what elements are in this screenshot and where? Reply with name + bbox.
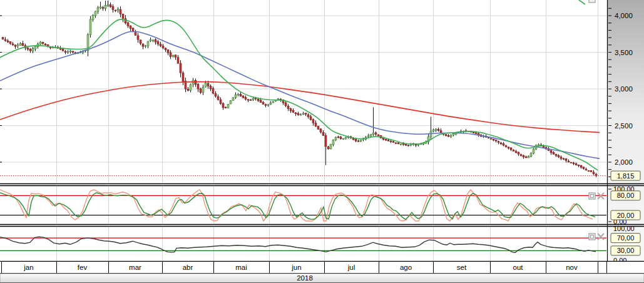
candle-body: [345, 137, 347, 138]
candle-body: [187, 89, 189, 90]
month-label-set: set: [457, 264, 467, 271]
candle-body: [222, 103, 224, 108]
price-axis-value: 3,000: [615, 85, 633, 93]
candle-body: [262, 103, 264, 105]
candle-body: [277, 99, 279, 100]
candle-body: [593, 172, 595, 174]
candle-body: [515, 152, 517, 153]
candle-body: [518, 152, 519, 154]
price-axis-value: 3,500: [615, 49, 633, 56]
candle-body: [575, 164, 577, 165]
candle-body: [147, 41, 149, 46]
candle-body: [270, 103, 272, 105]
candle-body: [300, 115, 302, 115]
candle-body: [72, 51, 74, 53]
candle-body: [257, 99, 259, 101]
candle-body: [310, 116, 312, 120]
month-label-out: out: [513, 264, 524, 271]
year-label: 2018: [297, 274, 313, 282]
candle-body: [170, 53, 171, 56]
candle-body: [520, 155, 522, 156]
candle-body: [342, 139, 344, 140]
candle-body: [260, 100, 262, 103]
candle-body: [130, 26, 131, 29]
candle-body: [590, 170, 592, 172]
month-label-jun: jun: [291, 264, 301, 271]
candle-body: [447, 136, 449, 136]
candle-body: [387, 140, 389, 141]
candle-body: [307, 115, 309, 116]
candle-body: [110, 4, 111, 7]
candle-body: [435, 129, 437, 130]
candle-body: [450, 135, 452, 137]
candle-body: [508, 147, 509, 148]
candle-body: [570, 162, 572, 163]
candle-body: [510, 148, 512, 150]
candle-body: [580, 165, 582, 167]
restore-icon-outer: [589, 193, 595, 199]
restore-icon[interactable]: [589, 0, 595, 3]
candle-body: [560, 157, 562, 158]
stoch-upper-label-value: 80,00: [617, 192, 635, 199]
candle-body: [395, 143, 397, 143]
candle-body: [375, 133, 377, 135]
stoch-lower-label-value: 20,00: [617, 212, 635, 219]
candle-body: [360, 140, 362, 141]
candle-body: [177, 58, 179, 63]
price-axis-value: 2,000: [615, 158, 633, 166]
candle-body: [432, 130, 434, 131]
candle-body: [265, 105, 267, 106]
candle-body: [64, 51, 66, 53]
candle-body: [195, 81, 197, 85]
candle-body: [320, 129, 322, 132]
candle-body: [9, 41, 11, 43]
candle-body: [242, 96, 244, 98]
candle-body: [212, 89, 214, 93]
candle-body: [415, 145, 417, 146]
restore-icon[interactable]: [589, 234, 595, 240]
candle-body: [445, 135, 447, 136]
candle-body: [563, 158, 565, 159]
candle-body: [29, 49, 31, 51]
price-axis-value: 2,500: [615, 122, 633, 130]
candle-body: [357, 141, 359, 142]
candle-body: [225, 107, 227, 108]
candle-body: [588, 171, 590, 172]
candle-body: [12, 44, 14, 45]
rsi-top-value: 100,00: [613, 225, 635, 232]
candle-body: [137, 36, 139, 39]
month-label-abr: abr: [183, 264, 193, 271]
candle-body: [290, 109, 292, 111]
candle-body: [397, 143, 399, 144]
candle-body: [377, 135, 379, 136]
candle-body: [227, 105, 229, 108]
candle-body: [115, 10, 116, 11]
candle-body: [305, 113, 307, 115]
candle-body: [152, 40, 154, 41]
month-label-jul: jul: [347, 264, 355, 271]
candle-body: [302, 113, 304, 114]
candle-body: [322, 133, 324, 136]
generated-chart-layers: 4,0003,5003,0002,5002,000100,000,0080,00…: [0, 0, 644, 283]
candle-body: [315, 123, 317, 126]
candle-body: [197, 85, 199, 89]
candle-body: [162, 46, 164, 48]
candle-body: [205, 83, 207, 87]
candle-body: [583, 167, 585, 169]
candle-body: [513, 150, 514, 152]
restore-icon[interactable]: [589, 193, 595, 199]
candle-body: [210, 86, 212, 89]
candle-body: [120, 9, 121, 14]
candle-body: [523, 156, 524, 157]
month-label-mai: mai: [235, 264, 247, 271]
candle-body: [4, 39, 6, 41]
candle-body: [332, 140, 334, 145]
chart-canvas[interactable]: 4,0003,5003,0002,5002,000100,000,0080,00…: [0, 0, 644, 283]
candle-body: [240, 94, 242, 96]
candle-body: [2, 38, 4, 39]
candle-body: [417, 145, 419, 145]
candle-body: [550, 151, 552, 153]
candle-body: [125, 19, 126, 23]
candle-body: [317, 126, 319, 129]
candle-body: [230, 101, 232, 104]
